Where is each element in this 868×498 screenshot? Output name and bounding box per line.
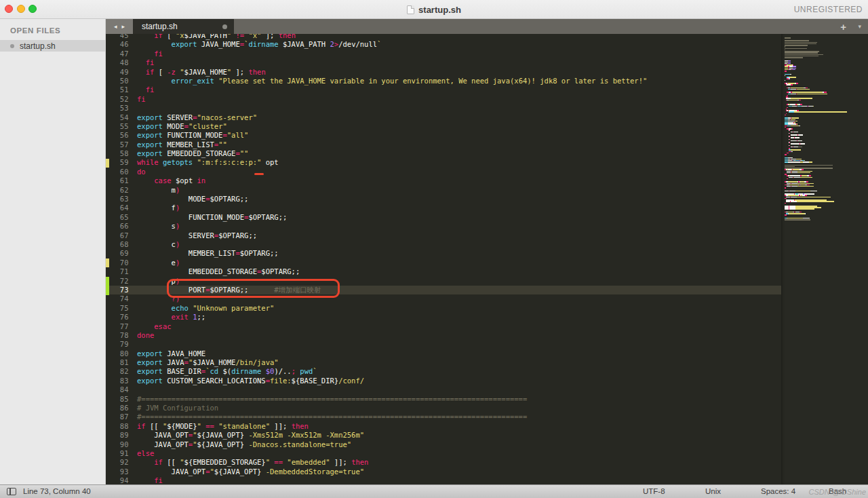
code-line-91[interactable]: 91else — [106, 449, 781, 458]
code-token: MEMBER_LIST — [137, 249, 235, 257]
document-icon — [407, 5, 414, 14]
code-line-86[interactable]: 86# JVM Configuration — [106, 404, 781, 413]
code-line-46[interactable]: 46 export JAVA_HOME=`dirname $JAVA_PATH … — [106, 40, 781, 49]
encoding-indicator[interactable]: UTF-8 — [643, 487, 665, 495]
code-line-94[interactable]: 94 fi — [106, 476, 781, 484]
new-tab-icon[interactable]: + — [840, 19, 846, 34]
code-line-75[interactable]: 75 echo "Unknown parameter" — [106, 304, 781, 313]
editor-column: ◂ ▸ startup.sh + ▾ 45 if [ "x$JAVA_PATH"… — [106, 19, 868, 484]
code-line-55[interactable]: 55export MODE="cluster" — [106, 122, 781, 131]
forward-arrow-icon[interactable]: ▸ — [122, 23, 125, 30]
code-token: ) — [176, 258, 180, 267]
indentation-indicator[interactable]: Spaces: 4 — [761, 487, 795, 495]
code-line-54[interactable]: 54export SERVER="nacos-server" — [106, 113, 781, 122]
code-line-78[interactable]: 78done — [106, 331, 781, 340]
code-token: $OPTARG;; — [210, 195, 248, 203]
code-line-64[interactable]: 64 f) — [106, 204, 781, 212]
code-token: ` — [377, 40, 381, 48]
code-token — [137, 85, 146, 94]
code-line-92[interactable]: 92 if [[ "${EMBEDDED_STORAGE}" == "embed… — [106, 458, 781, 467]
code-line-51[interactable]: 51 fi — [106, 85, 781, 94]
gutter-marker — [106, 277, 109, 286]
code-line-93[interactable]: 93 JAVA_OPT="${JAVA_OPT} -DembeddedStora… — [106, 467, 781, 476]
cursor-position[interactable]: Line 73, Column 40 — [23, 487, 91, 495]
code-token — [137, 322, 154, 330]
sidebar: OPEN FILES startup.sh — [0, 19, 106, 484]
code-line-53[interactable]: 53 — [106, 104, 781, 113]
code-line-60[interactable]: 60do — [106, 168, 781, 176]
code-token: /dev/null — [338, 40, 377, 48]
code-token: /conf/ — [338, 377, 364, 385]
code-line-88[interactable]: 88if [[ "${MODE}" == "standalone" ]]; th… — [106, 422, 781, 431]
gutter-marker — [106, 258, 109, 267]
code-line-81[interactable]: 81export JAVA="$JAVA_HOME/bin/java" — [106, 358, 781, 367]
code-line-80[interactable]: 80export JAVA_HOME — [106, 349, 781, 358]
code-line-69[interactable]: 69 MEMBER_LIST=$OPTARG;; — [106, 249, 781, 258]
code-line-65[interactable]: 65 FUNCTION_MODE=$OPTARG;; — [106, 213, 781, 222]
workspace: OPEN FILES startup.sh ◂ ▸ startup.sh + ▾ — [0, 19, 868, 484]
code-token: ) — [176, 186, 180, 194]
code-line-52[interactable]: 52fi — [106, 95, 781, 104]
code-token — [137, 176, 154, 185]
code-line-84[interactable]: 84 — [106, 385, 781, 394]
line-number: 71 — [106, 267, 137, 276]
code-line-87[interactable]: 87#=====================================… — [106, 413, 781, 421]
code-line-79[interactable]: 79 — [106, 340, 781, 349]
code-line-76[interactable]: 76 exit 1;; — [106, 313, 781, 322]
code-line-85[interactable]: 85#=====================================… — [106, 395, 781, 404]
back-arrow-icon[interactable]: ◂ — [114, 23, 117, 30]
code-line-66[interactable]: 66 s) — [106, 222, 781, 231]
code-token: pwd — [300, 367, 313, 375]
code-line-58[interactable]: 58export EMBEDDED_STORAGE="" — [106, 149, 781, 158]
code-token: MODE — [137, 195, 205, 203]
code-line-62[interactable]: 62 m) — [106, 186, 781, 195]
code-line-48[interactable]: 48 fi — [106, 58, 781, 67]
code-line-83[interactable]: 83export CUSTOM_SEARCH_LOCATIONS=file:${… — [106, 377, 781, 385]
code-line-56[interactable]: 56export FUNCTION_MODE="all" — [106, 131, 781, 140]
tab-startup-sh[interactable]: startup.sh — [133, 19, 234, 34]
code-line-45[interactable]: 45 if [ "x$JAVA_PATH" != "x" ]; then — [106, 34, 781, 40]
line-number: 51 — [106, 85, 137, 94]
sidebar-toggle-icon[interactable] — [7, 488, 16, 495]
code-token — [137, 50, 154, 58]
code-token: while — [137, 158, 159, 166]
code-line-67[interactable]: 67 SERVER=$OPTARG;; — [106, 231, 781, 240]
syntax-indicator[interactable]: Bash — [829, 487, 846, 495]
line-number: 81 — [106, 358, 137, 367]
code-editor[interactable]: 45 if [ "x$JAVA_PATH" != "x" ]; then46 e… — [106, 34, 868, 484]
code-line-63[interactable]: 63 MODE=$OPTARG;; — [106, 195, 781, 204]
code-line-57[interactable]: 57export MEMBER_LIST="" — [106, 140, 781, 149]
code-token: case — [154, 176, 171, 185]
code-line-77[interactable]: 77 esac — [106, 322, 781, 331]
code-token: c — [137, 240, 176, 248]
code-line-61[interactable]: 61 case $opt in — [106, 176, 781, 185]
tab-overflow-icon[interactable]: ▾ — [858, 19, 861, 34]
code-token: "x — [176, 34, 184, 39]
code-line-90[interactable]: 90 JAVA_OPT="${JAVA_OPT} -Dnacos.standal… — [106, 440, 781, 449]
minimap-content — [781, 34, 868, 221]
code-line-71[interactable]: 71 EMBEDDED_STORAGE=$OPTARG;; — [106, 267, 781, 276]
code-area[interactable]: 45 if [ "x$JAVA_PATH" != "x" ]; then46 e… — [106, 34, 781, 484]
code-line-49[interactable]: 49 if [ -z "$JAVA_HOME" ]; then — [106, 68, 781, 77]
code-line-70[interactable]: 70 e) — [106, 258, 781, 267]
line-number: 68 — [106, 240, 137, 249]
code-line-50[interactable]: 50 error_exit "Please set the JAVA_HOME … — [106, 77, 781, 85]
code-line-59[interactable]: 59while getopts ":m:f:s:c:e:p:" opt — [106, 158, 781, 167]
code-token: ) — [176, 240, 180, 248]
code-token: $JAVA_HOME — [193, 358, 235, 366]
line-number: 45 — [106, 34, 137, 40]
sidebar-item-startup-sh[interactable]: startup.sh — [0, 40, 105, 52]
code-line-82[interactable]: 82export BASE_DIR=`cd $(dirname $0)/..; … — [106, 367, 781, 376]
annotation-box — [167, 279, 340, 298]
code-token: if — [137, 422, 146, 430]
code-token: if — [154, 34, 163, 39]
sidebar-file-label: startup.sh — [20, 41, 56, 51]
code-line-89[interactable]: 89 JAVA_OPT="${JAVA_OPT} -Xms512m -Xmx51… — [106, 431, 781, 440]
line-number: 72 — [106, 277, 137, 286]
minimap[interactable] — [781, 34, 868, 484]
line-number: 92 — [106, 458, 137, 467]
code-line-68[interactable]: 68 c) — [106, 240, 781, 249]
code-line-47[interactable]: 47 fi — [106, 50, 781, 58]
code-token: ${JAVA_OPT} — [197, 440, 245, 448]
line-endings-indicator[interactable]: Unix — [705, 487, 721, 495]
